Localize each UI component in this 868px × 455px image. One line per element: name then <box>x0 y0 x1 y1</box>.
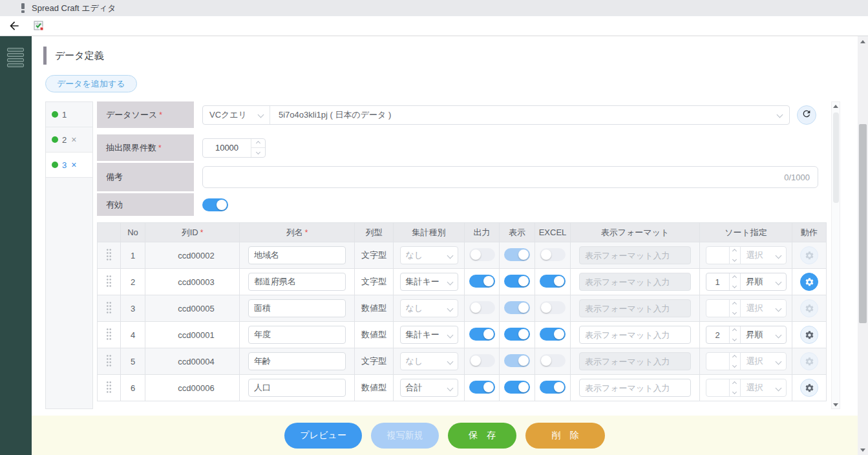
sort-down-button[interactable] <box>730 388 740 396</box>
column-name-input[interactable] <box>248 326 346 344</box>
excel-toggle[interactable] <box>540 301 566 314</box>
preview-button[interactable]: プレビュー <box>284 423 362 449</box>
display-toggle[interactable] <box>504 381 530 394</box>
scrollbar-thumb[interactable] <box>859 124 867 323</box>
limit-value-input[interactable]: 10000 <box>203 139 251 157</box>
datasource-query-value[interactable]: 5i7o4o3kli1pj ( 日本のデータ ) <box>270 109 778 121</box>
close-icon[interactable]: × <box>71 134 76 145</box>
close-icon[interactable]: × <box>71 160 76 170</box>
excel-toggle[interactable] <box>540 248 566 261</box>
display-toggle[interactable] <box>504 328 530 341</box>
drag-handle-cell[interactable] <box>98 375 121 401</box>
scrollbar-thumb[interactable] <box>833 112 839 203</box>
aggregation-select[interactable]: 集計キー <box>400 326 458 344</box>
sort-up-button[interactable] <box>730 326 740 335</box>
sort-up-button[interactable] <box>730 300 740 308</box>
aggregation-select[interactable]: なし <box>400 299 458 317</box>
sort-number-input[interactable] <box>706 247 730 264</box>
drag-handle-cell[interactable] <box>98 295 121 322</box>
output-toggle[interactable] <box>469 275 495 288</box>
spreadsheet-button[interactable] <box>32 21 45 32</box>
tab-dataset-2[interactable]: 2 × <box>46 127 92 153</box>
display-toggle[interactable] <box>504 301 530 314</box>
output-toggle[interactable] <box>469 381 495 394</box>
format-input[interactable] <box>579 246 691 264</box>
refresh-button[interactable] <box>797 105 816 125</box>
panel-scrollbar[interactable] <box>831 101 840 409</box>
column-name-input[interactable] <box>248 352 346 370</box>
datasource-type-select[interactable]: VCクエリ <box>203 106 270 124</box>
format-input[interactable] <box>579 273 691 291</box>
sort-order-select[interactable]: 選択 <box>741 353 786 370</box>
drag-handle-cell[interactable] <box>98 269 121 295</box>
sort-order-select[interactable]: 昇順 <box>741 326 786 343</box>
drag-handle-cell[interactable] <box>98 322 121 348</box>
sort-down-button[interactable] <box>730 255 740 264</box>
aggregation-select[interactable]: なし <box>400 352 458 370</box>
row-settings-button[interactable] <box>800 352 818 370</box>
row-settings-button[interactable] <box>800 273 818 291</box>
sort-up-button[interactable] <box>730 353 740 361</box>
enabled-toggle[interactable] <box>202 198 228 211</box>
sort-up-button[interactable] <box>730 379 740 388</box>
display-toggle[interactable] <box>504 248 530 261</box>
stepper-up-button[interactable] <box>251 139 265 149</box>
tab-dataset-3[interactable]: 3 × <box>46 153 92 178</box>
excel-toggle[interactable] <box>540 381 566 394</box>
sort-down-button[interactable] <box>730 308 740 317</box>
column-name-input[interactable] <box>248 246 346 264</box>
sort-up-button[interactable] <box>730 273 740 282</box>
drag-handle-cell[interactable] <box>98 348 121 375</box>
add-data-button[interactable]: データを追加する <box>45 75 137 92</box>
display-toggle[interactable] <box>504 275 530 288</box>
format-input[interactable] <box>579 379 691 397</box>
chevron-down-icon[interactable] <box>777 112 783 118</box>
save-button[interactable]: 保 存 <box>448 423 516 449</box>
aggregation-select[interactable]: なし <box>400 246 458 264</box>
drag-handle-cell[interactable] <box>98 242 121 269</box>
copy-new-button[interactable]: 複写新規 <box>371 423 439 449</box>
sort-number-input[interactable]: 2 <box>706 326 730 343</box>
sort-order-select[interactable]: 選択 <box>741 379 786 396</box>
sort-down-button[interactable] <box>730 282 740 290</box>
sort-down-button[interactable] <box>730 335 740 343</box>
sort-number-input[interactable] <box>706 300 730 317</box>
format-input[interactable] <box>579 326 691 344</box>
display-toggle[interactable] <box>504 354 530 367</box>
format-input[interactable] <box>579 299 691 317</box>
output-toggle[interactable] <box>469 301 495 314</box>
sort-order-select[interactable]: 昇順 <box>741 273 786 290</box>
output-toggle[interactable] <box>469 328 495 341</box>
aggregation-select[interactable]: 集計キー <box>400 273 458 291</box>
remarks-input[interactable] <box>203 167 818 187</box>
back-button[interactable] <box>6 19 22 34</box>
row-settings-button[interactable] <box>800 379 818 397</box>
scroll-up-button[interactable] <box>858 36 868 47</box>
scroll-down-button[interactable] <box>832 401 840 408</box>
delete-button[interactable]: 削 除 <box>525 423 605 449</box>
sort-up-button[interactable] <box>730 247 740 255</box>
scroll-down-button[interactable] <box>858 445 868 455</box>
sort-number-input[interactable]: 1 <box>706 273 730 290</box>
sort-order-select[interactable]: 選択 <box>741 247 786 264</box>
row-settings-button[interactable] <box>800 299 818 317</box>
scroll-up-button[interactable] <box>832 102 840 110</box>
aggregation-select[interactable]: 合計 <box>400 379 458 397</box>
sort-down-button[interactable] <box>730 361 740 370</box>
column-name-input[interactable] <box>248 379 346 397</box>
window-scrollbar[interactable] <box>858 36 868 455</box>
stepper-down-button[interactable] <box>251 148 265 157</box>
output-toggle[interactable] <box>469 248 495 261</box>
column-name-input[interactable] <box>248 273 346 291</box>
sort-order-select[interactable]: 選択 <box>741 300 786 317</box>
excel-toggle[interactable] <box>540 354 566 367</box>
excel-toggle[interactable] <box>540 275 566 288</box>
column-name-input[interactable] <box>248 299 346 317</box>
menu-button[interactable] <box>7 48 24 67</box>
sort-number-input[interactable] <box>706 379 730 396</box>
output-toggle[interactable] <box>469 354 495 367</box>
row-settings-button[interactable] <box>800 326 818 344</box>
excel-toggle[interactable] <box>540 328 566 341</box>
sort-number-input[interactable] <box>706 353 730 370</box>
tab-dataset-1[interactable]: 1 <box>46 102 92 127</box>
